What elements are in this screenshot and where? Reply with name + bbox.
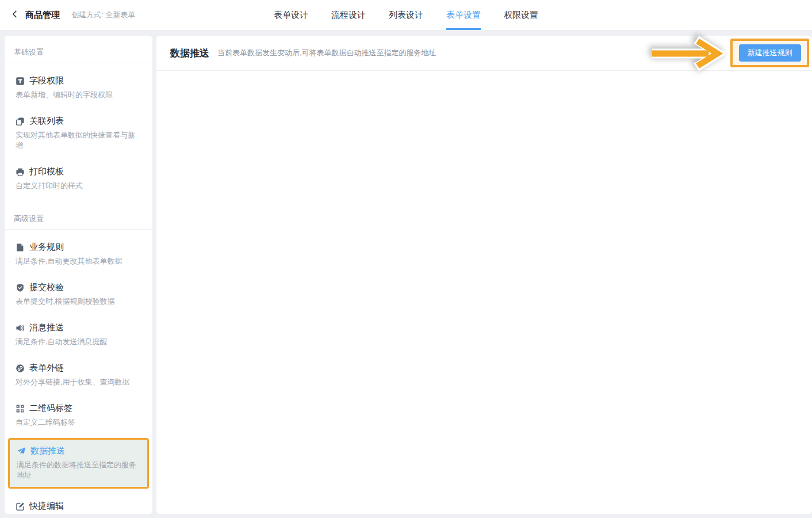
sidebar-item-label: 表单外链 xyxy=(29,363,64,374)
main-panel-header: 数据推送 当前表单数据发生变动后,可将表单数据自动推送至指定的服务地址 xyxy=(156,36,812,71)
create-push-rule-button[interactable]: 新建推送规则 xyxy=(739,44,801,62)
sidebar-item-label: 提交校验 xyxy=(29,282,64,293)
sidebar-item[interactable]: 打印模板 自定义打印时的样式 xyxy=(16,160,141,197)
quick-edit-icon xyxy=(16,502,25,511)
chevron-left-icon xyxy=(10,10,19,21)
sidebar-item-description: 满足条件,自动更改其他表单数据 xyxy=(16,256,141,266)
sidebar-item-label: 消息推送 xyxy=(29,322,64,333)
sidebar-item-description: 满足条件的数据将推送至指定的服务地址 xyxy=(17,460,140,481)
sidebar-item-highlight-box: 数据推送 满足条件的数据将推送至指定的服务地址 xyxy=(8,438,149,489)
sidebar-item-description: 实现对其他表单数据的快捷查看与新增 xyxy=(16,130,141,151)
sidebar-item[interactable]: 快捷编辑 在数据列表中实现对数据的快捷编辑 xyxy=(16,494,141,514)
sidebar-item[interactable]: 业务规则 满足条件,自动更改其他表单数据 xyxy=(16,235,141,272)
settings-sidebar: 基础设置 字段权限 表单新增、编辑时的字段权限 关联列表 实现对其他表单数据的快… xyxy=(5,36,152,514)
tab-4[interactable]: 表单设置 xyxy=(446,0,481,30)
field-permission-icon xyxy=(16,77,25,86)
sidebar-item[interactable]: 数据推送 满足条件的数据将推送至指定的服务地址 xyxy=(10,440,147,487)
sidebar-section-header: 基础设置 xyxy=(5,36,152,63)
sidebar-item[interactable]: 字段权限 表单新增、编辑时的字段权限 xyxy=(16,69,141,106)
data-push-icon xyxy=(17,447,26,456)
tab-1[interactable]: 表单设计 xyxy=(274,0,308,30)
sidebar-item-label: 业务规则 xyxy=(29,242,64,253)
content-layout: 基础设置 字段权限 表单新增、编辑时的字段权限 关联列表 实现对其他表单数据的快… xyxy=(5,36,812,514)
tab-bar: 表单设计 流程设计 列表设计 表单设置 权限设置 xyxy=(274,0,538,30)
sidebar-item-description: 表单新增、编辑时的字段权限 xyxy=(16,90,141,100)
sidebar-section: 基础设置 字段权限 表单新增、编辑时的字段权限 关联列表 实现对其他表单数据的快… xyxy=(5,36,152,200)
print-template-icon xyxy=(16,167,25,177)
sidebar-item-description: 对外分享链接,用于收集、查询数据 xyxy=(16,377,141,387)
sidebar-section-items: 业务规则 满足条件,自动更改其他表单数据 提交校验 表单提交时,根据规则校验数据… xyxy=(5,230,152,514)
sidebar-item[interactable]: 消息推送 满足条件,自动发送消息提醒 xyxy=(16,316,141,353)
sidebar-item[interactable]: 表单外链 对外分享链接,用于收集、查询数据 xyxy=(16,356,141,393)
business-rule-icon xyxy=(16,243,25,252)
sidebar-item-label: 快捷编辑 xyxy=(29,501,64,512)
sidebar-item-label: 字段权限 xyxy=(29,75,64,86)
tab-5[interactable]: 权限设置 xyxy=(504,0,538,30)
sidebar-item-description: 自定义二维码标签 xyxy=(16,417,141,428)
sidebar-item[interactable]: 提交校验 表单提交时,根据规则校验数据 xyxy=(16,276,141,313)
sidebar-item[interactable]: 关联列表 实现对其他表单数据的快捷查看与新增 xyxy=(16,109,141,157)
main-panel: 数据推送 当前表单数据发生变动后,可将表单数据自动推送至指定的服务地址 xyxy=(156,36,812,514)
tab-2[interactable]: 流程设计 xyxy=(331,0,366,30)
sidebar-item-description: 表单提交时,根据规则校验数据 xyxy=(16,296,141,307)
creation-method-label: 创建方式: 全新表单 xyxy=(71,10,135,20)
back-button[interactable] xyxy=(7,7,22,22)
sidebar-section-header: 高级设置 xyxy=(5,200,152,230)
form-external-link-icon xyxy=(16,364,25,373)
section-description: 当前表单数据发生变动后,可将表单数据自动推送至指定的服务地址 xyxy=(217,48,436,58)
sidebar-item-label: 打印模板 xyxy=(29,166,64,177)
sidebar-item-label: 数据推送 xyxy=(30,445,65,456)
sidebar-item[interactable]: 二维码标签 自定义二维码标签 xyxy=(16,397,141,433)
sidebar-section: 高级设置 业务规则 满足条件,自动更改其他表单数据 提交校验 表单提交时,根据规… xyxy=(5,200,152,514)
tab-3[interactable]: 列表设计 xyxy=(389,0,423,30)
topbar: 商品管理 创建方式: 全新表单 表单设计 流程设计 列表设计 表单设置 权限设置 xyxy=(0,0,812,30)
sidebar-item-label: 二维码标签 xyxy=(29,403,72,414)
message-push-icon xyxy=(16,323,25,333)
sidebar-item-label: 关联列表 xyxy=(29,116,64,127)
page-title: 商品管理 xyxy=(25,10,60,21)
sidebar-item-description: 满足条件,自动发送消息提醒 xyxy=(16,337,141,347)
related-list-icon xyxy=(16,117,25,126)
submit-validation-icon xyxy=(16,283,25,292)
qrcode-label-icon xyxy=(16,404,25,413)
sidebar-section-items: 字段权限 表单新增、编辑时的字段权限 关联列表 实现对其他表单数据的快捷查看与新… xyxy=(5,63,152,200)
section-title: 数据推送 xyxy=(170,47,209,60)
sidebar-item-description: 自定义打印时的样式 xyxy=(16,181,141,191)
